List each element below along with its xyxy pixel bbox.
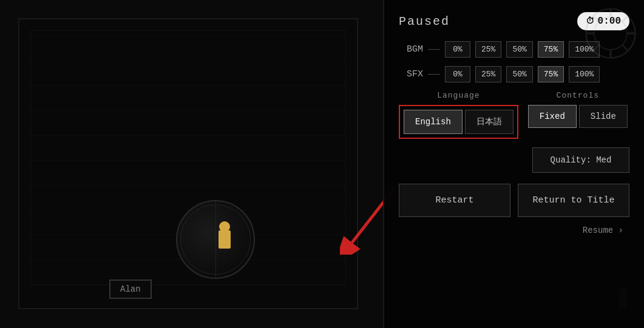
pause-menu-panel: Paused ⏱ 0:00 BGM 0% 25% 50% 75% 100% SF…	[383, 0, 644, 328]
character-sprite	[206, 218, 243, 267]
resume-link[interactable]: Resume ›	[399, 226, 629, 235]
fixed-button[interactable]: Fixed	[528, 105, 577, 128]
quality-button[interactable]: Quality: Med	[532, 147, 629, 173]
slide-button[interactable]: Slide	[579, 105, 628, 128]
svg-line-10	[622, 16, 628, 22]
svg-line-9	[622, 45, 628, 51]
return-to-title-button[interactable]: Return to Title	[518, 184, 629, 217]
player-name-label: Alan	[120, 284, 141, 294]
sfx-50-button[interactable]: 50%	[506, 66, 532, 82]
sfx-0-button[interactable]: 0%	[445, 66, 470, 82]
bgm-label: BGM	[399, 44, 423, 55]
language-group: Language English 日本語	[399, 91, 518, 139]
bgm-25-button[interactable]: 25%	[475, 41, 501, 58]
language-section-label: Language	[399, 91, 518, 100]
paused-label: Paused	[399, 15, 450, 28]
quality-row: Quality: Med	[399, 147, 629, 173]
sfx-100-button[interactable]: 100%	[569, 66, 600, 82]
bgm-divider	[428, 49, 440, 50]
player-name-box: Alan	[109, 279, 152, 299]
gear-decoration	[583, 6, 638, 61]
controls-section-label: Controls	[528, 91, 628, 100]
bgm-0-button[interactable]: 0%	[445, 41, 470, 58]
english-button[interactable]: English	[404, 110, 463, 134]
bgm-50-button[interactable]: 50%	[506, 41, 532, 58]
svg-line-8	[593, 16, 599, 22]
bgm-75-button[interactable]: 75%	[538, 41, 564, 58]
sfx-25-button[interactable]: 25%	[475, 66, 501, 82]
sfx-label: SFX	[399, 69, 423, 79]
restart-button[interactable]: Restart	[399, 184, 510, 217]
controls-buttons: Fixed Slide	[528, 105, 628, 128]
svg-line-11	[593, 45, 599, 51]
lang-controls-section: Language English 日本語 Controls Fixed Slid…	[399, 91, 629, 139]
character-body	[219, 230, 231, 249]
sfx-divider	[428, 74, 440, 75]
language-selector-border: English 日本語	[399, 105, 518, 139]
action-buttons-row: Restart Return to Title	[399, 184, 629, 217]
sfx-row: SFX 0% 25% 50% 75% 100%	[399, 66, 629, 82]
japanese-button[interactable]: 日本語	[465, 110, 514, 134]
sfx-75-button[interactable]: 75%	[538, 66, 564, 82]
language-buttons: English 日本語	[404, 110, 514, 134]
resume-label: Resume ›	[583, 226, 623, 235]
controls-group: Controls Fixed Slide	[528, 91, 628, 128]
